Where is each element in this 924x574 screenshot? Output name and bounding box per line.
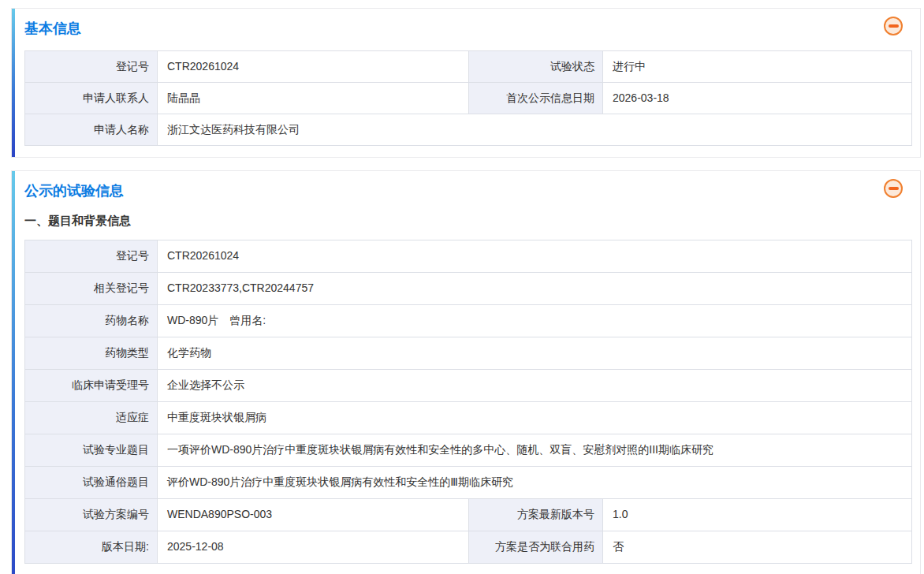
field-label: 方案是否为联合用药 [469, 531, 603, 564]
field-value: 2025-12-08 [158, 531, 469, 564]
field-label: 试验专业题目 [25, 434, 158, 467]
field-value: WD-890片 曾用名: [158, 305, 912, 337]
trial-info-table: 登记号 CTR20261024 相关登记号 CTR20233773,CTR202… [24, 240, 912, 564]
table-row: 临床申请受理号 企业选择不公示 [25, 370, 912, 402]
field-label: 试验状态 [469, 51, 603, 83]
field-label: 登记号 [25, 240, 158, 273]
table-row: 相关登记号 CTR20233773,CTR20244757 [25, 273, 912, 305]
basic-info-title: 基本信息 [24, 20, 920, 36]
table-row: 试验通俗题目 评价WD-890片治疗中重度斑块状银屑病有效性和安全性的Ⅲ期临床研… [25, 467, 912, 499]
public-trial-info-title: 公示的试验信息 [24, 183, 920, 199]
minus-icon [889, 187, 899, 190]
field-label: 申请人联系人 [25, 83, 158, 114]
table-row: 适应症 中重度斑块状银屑病 [25, 402, 912, 434]
field-label: 临床申请受理号 [25, 370, 158, 402]
trial-detail-page: 基本信息 登记号 CTR20261024 试验状态 进行中 申请人联系人 陆晶晶… [0, 0, 924, 574]
field-label: 药物类型 [25, 337, 158, 370]
table-row: 申请人名称 浙江文达医药科技有限公司 [25, 114, 912, 146]
field-label: 首次公示信息日期 [469, 83, 603, 114]
basic-info-table: 登记号 CTR20261024 试验状态 进行中 申请人联系人 陆晶晶 首次公示… [24, 50, 912, 146]
public-trial-info-section: 公示的试验信息 一、题目和背景信息 登记号 CTR20261024 相关登记号 … [11, 170, 921, 574]
minus-icon [889, 24, 899, 28]
table-row: 申请人联系人 陆晶晶 首次公示信息日期 2026-03-18 [25, 83, 912, 114]
field-value: 浙江文达医药科技有限公司 [158, 114, 912, 146]
section-accent-bar [12, 171, 15, 574]
field-value: 一项评价WD-890片治疗中重度斑块状银屑病有效性和安全性的多中心、随机、双盲、… [158, 434, 912, 467]
field-value: 评价WD-890片治疗中重度斑块状银屑病有效性和安全性的Ⅲ期临床研究 [158, 467, 912, 499]
field-value: 否 [603, 531, 912, 564]
collapse-public-info-button[interactable] [884, 179, 903, 198]
table-row: 试验专业题目 一项评价WD-890片治疗中重度斑块状银屑病有效性和安全性的多中心… [25, 434, 912, 467]
subsection-title-background-info: 一、题目和背景信息 [24, 214, 920, 228]
field-value: CTR20261024 [158, 240, 912, 273]
field-value: 陆晶晶 [158, 83, 469, 114]
field-label: 申请人名称 [25, 114, 158, 146]
field-value: 化学药物 [158, 337, 912, 370]
field-value: 中重度斑块状银屑病 [158, 402, 912, 434]
field-value: WENDA890PSO-003 [158, 499, 469, 531]
field-label: 试验通俗题目 [25, 467, 158, 499]
field-value: 企业选择不公示 [158, 370, 912, 402]
field-label: 方案最新版本号 [469, 499, 603, 531]
table-row: 登记号 CTR20261024 试验状态 进行中 [25, 51, 912, 83]
table-row: 药物名称 WD-890片 曾用名: [25, 305, 912, 337]
table-row: 药物类型 化学药物 [25, 337, 912, 370]
field-value: 1.0 [603, 499, 912, 531]
table-row: 试验方案编号 WENDA890PSO-003 方案最新版本号 1.0 [25, 499, 912, 531]
field-label: 药物名称 [25, 305, 158, 337]
field-label: 试验方案编号 [25, 499, 158, 531]
section-accent-bar [12, 9, 15, 157]
field-label: 相关登记号 [25, 273, 158, 305]
field-value: CTR20233773,CTR20244757 [158, 273, 912, 305]
basic-info-section: 基本信息 登记号 CTR20261024 试验状态 进行中 申请人联系人 陆晶晶… [11, 8, 921, 158]
field-value: 进行中 [603, 51, 912, 83]
field-value: CTR20261024 [158, 51, 469, 83]
table-row: 登记号 CTR20261024 [25, 240, 912, 273]
field-value: 2026-03-18 [603, 83, 912, 114]
field-label: 登记号 [25, 51, 158, 83]
collapse-basic-info-button[interactable] [884, 17, 903, 35]
field-label: 适应症 [25, 402, 158, 434]
field-label: 版本日期: [25, 531, 158, 564]
table-row: 版本日期: 2025-12-08 方案是否为联合用药 否 [25, 531, 912, 564]
